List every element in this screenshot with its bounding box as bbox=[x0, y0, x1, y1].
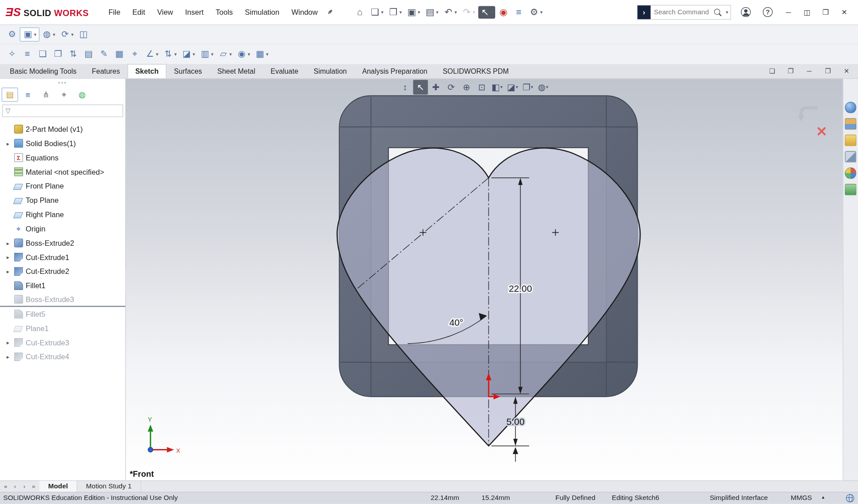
orbit-sphere-icon[interactable]: ◍ bbox=[39, 28, 58, 41]
new-document-icon[interactable]: ❏ bbox=[368, 6, 385, 18]
menu-file[interactable]: File bbox=[103, 5, 126, 19]
height-dimension-text[interactable]: 22.00 bbox=[509, 283, 532, 294]
select-tool-icon[interactable]: ↖ bbox=[413, 80, 428, 95]
tab-simulation[interactable]: Simulation bbox=[306, 64, 355, 78]
reorient-view-icon[interactable]: ⟳ bbox=[58, 28, 76, 41]
pin-menu-icon[interactable] bbox=[327, 8, 333, 17]
restore-window-icon[interactable]: ❐ bbox=[817, 4, 834, 20]
tree-item-2-part-model-v1[interactable]: 2-Part Model (v1) bbox=[0, 122, 125, 136]
help-icon[interactable] bbox=[763, 7, 773, 17]
dropdown-caret-icon[interactable] bbox=[248, 51, 250, 57]
dropdown-caret-icon[interactable] bbox=[53, 32, 55, 37]
expand-arrow-icon[interactable] bbox=[4, 269, 12, 274]
menu-edit[interactable]: Edit bbox=[127, 5, 151, 19]
dropdown-caret-icon[interactable] bbox=[531, 85, 533, 90]
redo-icon[interactable]: ↷ bbox=[460, 6, 477, 18]
tree-item-boss-extrude3[interactable]: Boss-Extrude3 bbox=[0, 293, 125, 307]
pan-icon[interactable]: ✚ bbox=[429, 80, 443, 95]
tab-evaluate[interactable]: Evaluate bbox=[263, 64, 306, 78]
bom-list-icon[interactable]: ≡ bbox=[20, 48, 35, 61]
format-painter-icon[interactable]: ✎ bbox=[97, 48, 112, 61]
section-view-icon[interactable]: ◪ bbox=[179, 48, 197, 61]
user-account-icon[interactable] bbox=[741, 7, 751, 17]
print-3d-icon[interactable]: ▤ bbox=[81, 48, 96, 61]
dropdown-caret-icon[interactable] bbox=[418, 9, 421, 15]
search-icon[interactable] bbox=[714, 8, 722, 16]
menu-window[interactable]: Window bbox=[286, 5, 323, 19]
minimize-document-icon[interactable]: ─ bbox=[802, 66, 816, 76]
compare-geometry-icon[interactable]: ❐ bbox=[50, 48, 66, 61]
close-window-icon[interactable]: ✕ bbox=[836, 4, 853, 20]
dropdown-caret-icon[interactable] bbox=[516, 85, 518, 90]
isometric-cube-icon[interactable]: ◫ bbox=[76, 28, 91, 41]
menu-simulation[interactable]: Simulation bbox=[240, 5, 285, 19]
propertymanager-tab[interactable]: ≡ bbox=[20, 88, 36, 102]
tree-item-front-plane[interactable]: Front Plane bbox=[0, 179, 125, 193]
dropdown-caret-icon[interactable] bbox=[193, 51, 195, 57]
panel-splitter-handle[interactable] bbox=[0, 79, 125, 86]
tree-item-equations[interactable]: Equations bbox=[0, 151, 125, 165]
print-icon[interactable]: ▤ bbox=[423, 6, 440, 18]
options-gear-icon[interactable]: ⚙ bbox=[527, 6, 544, 18]
home-icon[interactable]: ⌂ bbox=[353, 6, 367, 18]
model-scene[interactable]: 22.00 40° 5.00 bbox=[126, 79, 843, 480]
search-dropdown-icon[interactable] bbox=[726, 9, 728, 15]
view-settings-icon[interactable]: ◍ bbox=[536, 80, 551, 95]
view-orientation-icon[interactable]: ◧ bbox=[490, 80, 505, 95]
tree-item-cut-extrude1[interactable]: Cut-Extrude1 bbox=[0, 250, 125, 265]
dock-window-icon[interactable]: ◫ bbox=[799, 4, 816, 20]
dropdown-caret-icon[interactable] bbox=[211, 51, 214, 57]
tree-item-solid-bodies-1[interactable]: Solid Bodies(1) bbox=[0, 136, 125, 151]
tree-item-cut-extrude4[interactable]: Cut-Extrude4 bbox=[0, 349, 125, 364]
dropdown-caret-icon[interactable] bbox=[174, 51, 177, 57]
open-document-icon[interactable]: ❒ bbox=[386, 6, 404, 18]
display-style-icon[interactable]: ◪ bbox=[505, 80, 520, 95]
expand-arrow-icon[interactable] bbox=[4, 140, 12, 146]
cancel-sketch-icon[interactable] bbox=[816, 125, 828, 139]
dropdown-caret-icon[interactable] bbox=[266, 51, 269, 57]
displaymanager-tab[interactable]: ◍ bbox=[74, 88, 90, 102]
tab-sheet-metal[interactable]: Sheet Metal bbox=[210, 64, 263, 78]
tree-item-plane1[interactable]: Plane1 bbox=[0, 321, 125, 336]
material-sphere-icon[interactable]: ◉ bbox=[234, 48, 252, 61]
tab-analysis-preparation[interactable]: Analysis Preparation bbox=[354, 64, 435, 78]
tab-solidworks-pdm[interactable]: SOLIDWORKS PDM bbox=[435, 64, 517, 78]
dropdown-caret-icon[interactable] bbox=[156, 51, 159, 57]
power-select-icon[interactable]: ✧ bbox=[4, 48, 20, 61]
edit-appearance-icon[interactable]: ◉ bbox=[496, 6, 511, 18]
tab-scroll-first[interactable]: « bbox=[1, 481, 10, 491]
file-explorer[interactable] bbox=[845, 134, 857, 146]
units-caret-icon[interactable] bbox=[822, 494, 824, 500]
tree-item-right-plane[interactable]: Right Plane bbox=[0, 207, 125, 222]
zoom-to-fit-icon[interactable]: ↕ bbox=[398, 80, 412, 95]
zoom-to-area-icon[interactable]: ⊡ bbox=[475, 80, 489, 95]
featuremanager-tree-tab[interactable]: ▤ bbox=[2, 88, 18, 102]
dropdown-caret-icon[interactable] bbox=[491, 9, 494, 15]
dropdown-caret-icon[interactable] bbox=[500, 85, 503, 90]
solidworks-resources[interactable] bbox=[845, 102, 857, 113]
search-input[interactable] bbox=[651, 8, 712, 16]
undo-icon[interactable]: ↶ bbox=[442, 6, 459, 18]
expand-arrow-icon[interactable] bbox=[4, 254, 12, 260]
dropdown-caret-icon[interactable] bbox=[436, 9, 439, 15]
shaded-view-cube-icon[interactable]: ▣ bbox=[20, 27, 39, 42]
exit-sketch-icon[interactable] bbox=[797, 104, 820, 126]
rotate-view-icon[interactable]: ⟳ bbox=[444, 80, 458, 95]
dropdown-caret-icon[interactable] bbox=[229, 51, 232, 57]
design-library[interactable] bbox=[845, 118, 857, 130]
dropdown-caret-icon[interactable] bbox=[546, 85, 548, 90]
graphics-viewport[interactable]: 22.00 40° 5.00 bbox=[126, 79, 843, 480]
dropdown-caret-icon[interactable] bbox=[34, 32, 37, 37]
angle-dimension-text[interactable]: 40° bbox=[449, 317, 463, 328]
undock-document-icon[interactable]: ❏ bbox=[765, 66, 779, 76]
tab-scroll-prev[interactable]: ‹ bbox=[10, 481, 20, 491]
tree-item-fillet5[interactable]: Fillet5 bbox=[0, 307, 125, 321]
dropdown-caret-icon[interactable] bbox=[400, 9, 402, 15]
heart-sketch[interactable] bbox=[337, 148, 640, 446]
measure-icon[interactable]: ⌖ bbox=[127, 48, 142, 61]
align-tools-icon[interactable]: ⇅ bbox=[66, 48, 81, 61]
save-icon[interactable]: ▣ bbox=[404, 6, 422, 18]
tree-item-cut-extrude3[interactable]: Cut-Extrude3 bbox=[0, 336, 125, 350]
tree-item-material-not-specified[interactable]: Material <not specified> bbox=[0, 165, 125, 179]
document-properties-icon[interactable]: ▥ bbox=[198, 48, 216, 61]
